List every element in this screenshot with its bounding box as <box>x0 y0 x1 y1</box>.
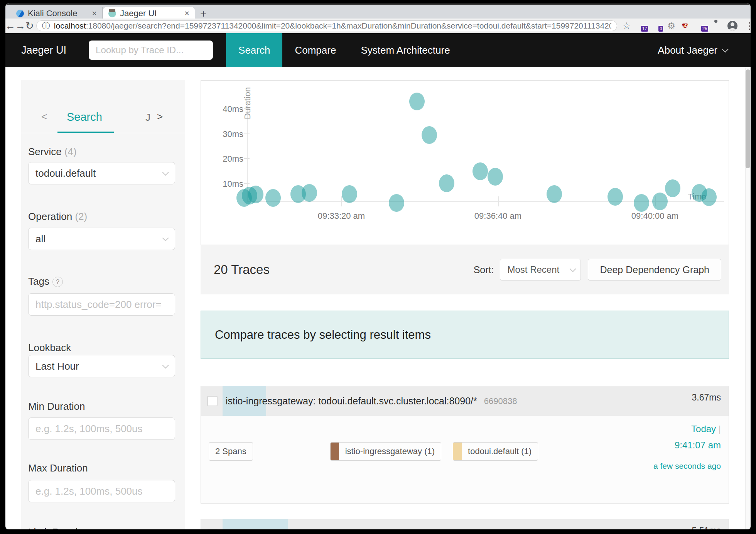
trace-card-header[interactable]: istio-ingressgateway: todoui.default.svc… <box>201 386 729 416</box>
url-path: :18080/jaeger/search?end=159972371134200… <box>86 21 611 30</box>
trace-dot[interactable] <box>634 194 649 212</box>
max-duration-input[interactable] <box>35 485 168 497</box>
limit-results-label-clipped: Limit Results <box>28 526 86 529</box>
trace-result-card: istio-ingressgateway: todoui.default.svc… <box>201 519 729 529</box>
trace-dot[interactable] <box>342 185 357 203</box>
tabs-scroll-left-icon[interactable]: < <box>41 111 47 123</box>
jaeger-brand[interactable]: Jaeger UI <box>21 44 66 56</box>
trace-dot[interactable] <box>547 185 562 203</box>
trace-result-card: istio-ingressgateway: todoui.default.svc… <box>201 386 729 504</box>
trace-title: istio-ingressgateway: todoui.default.svc… <box>226 529 477 529</box>
chevron-down-icon <box>162 169 169 176</box>
tab-strip: Kiali Console × Jaeger UI × + <box>5 3 751 19</box>
trace-dot[interactable] <box>439 174 454 192</box>
nav-item-compare[interactable]: Compare <box>282 33 348 67</box>
trace-scatter-chart: Duration Time 40ms 30ms 20ms 10ms 09:33:… <box>201 80 729 245</box>
trace-dot[interactable] <box>302 184 317 202</box>
tab-title: Kiali Console <box>28 8 88 19</box>
duration-bar <box>223 519 288 529</box>
extension-purple-icon[interactable]: 17 <box>637 22 646 30</box>
x-tick-1: 09:33:20 am <box>303 211 380 221</box>
trace-count: 20 Traces <box>214 262 270 277</box>
trace-dot[interactable] <box>488 168 503 186</box>
url-bar[interactable]: ⓘ localhost:18080/jaeger/search?end=1599… <box>36 20 617 31</box>
trace-dot[interactable] <box>472 162 488 180</box>
extensions-puzzle-icon[interactable] <box>712 22 721 30</box>
trace-dot[interactable] <box>701 188 717 206</box>
service-color-swatch <box>331 443 339 460</box>
extension-badge: 0 <box>658 25 663 32</box>
min-duration-wrap <box>28 417 175 440</box>
tab-kiali-console[interactable]: Kiali Console × <box>11 7 103 20</box>
about-jaeger-menu[interactable]: About Jaeger <box>658 44 727 56</box>
service-tag-pill: istio-ingressgateway (1) <box>330 442 441 461</box>
trace-dot[interactable] <box>652 193 668 210</box>
tab-jaeger-ui[interactable]: Jaeger UI × <box>103 7 195 20</box>
trace-dot[interactable] <box>265 189 281 207</box>
tab-search[interactable]: Search <box>67 111 102 123</box>
service-tag-pill: todoui.default (1) <box>453 442 538 461</box>
extension-badge: 17 <box>641 25 648 32</box>
sort-select[interactable]: Most Recent <box>500 259 581 281</box>
help-icon[interactable]: ? <box>52 277 63 287</box>
tags-input[interactable] <box>35 299 168 311</box>
span-count-pill: 2 Spans <box>209 442 253 461</box>
forward-icon[interactable]: → <box>15 20 25 32</box>
trace-dot[interactable] <box>608 188 623 206</box>
tabs-scroll-right-icon[interactable]: > <box>157 111 163 123</box>
jaeger-menu: Search Compare System Architecture <box>226 33 462 67</box>
trace-card-body: 2 Spans istio-ingressgateway (1) todoui.… <box>201 416 729 504</box>
tab-title: Jaeger UI <box>120 8 181 19</box>
trace-dot[interactable] <box>389 194 404 212</box>
extension-ublock-icon[interactable]: uO <box>682 22 691 30</box>
url-text: localhost:18080/jaeger/search?end=159972… <box>54 21 611 30</box>
operation-label: Operation (2) <box>28 211 87 223</box>
bookmark-star-icon[interactable]: ☆ <box>623 20 631 31</box>
profile-avatar[interactable] <box>727 21 737 31</box>
trace-select-checkbox[interactable] <box>207 396 218 406</box>
trace-card-header[interactable]: istio-ingressgateway: todoui.default.svc… <box>201 519 729 529</box>
service-label: Service (4) <box>28 146 77 158</box>
chevron-down-icon <box>162 235 169 241</box>
trace-select-checkbox[interactable] <box>207 529 218 529</box>
compare-banner: Compare traces by selecting result items <box>201 311 729 359</box>
sort-label: Sort: <box>474 264 494 275</box>
operation-select[interactable]: all <box>28 228 175 250</box>
search-sidebar: < Search J > Service (4) todoui.default … <box>21 80 185 529</box>
sidebar-tabbar: < Search J > <box>21 80 185 133</box>
extension-blue-icon[interactable]: 25 <box>697 22 706 30</box>
reload-icon[interactable]: ↻ <box>25 20 34 32</box>
back-icon[interactable]: ← <box>5 20 15 32</box>
y-tick-10ms: 10ms <box>209 179 243 189</box>
extension-badge: 25 <box>701 25 709 32</box>
url-host: localhost <box>54 21 86 30</box>
trace-dot[interactable] <box>409 93 425 110</box>
service-select[interactable]: todoui.default <box>28 162 175 184</box>
browser-toolbar: ← → ↻ ⓘ localhost:18080/jaeger/search?en… <box>5 19 751 33</box>
y-tick-30ms: 30ms <box>209 129 243 139</box>
kiali-favicon-icon <box>16 10 24 17</box>
extension-row: ☆ 17 0 ⚙ uO 25 ⋮ <box>623 20 751 31</box>
close-tab-icon[interactable]: × <box>92 8 97 19</box>
extension-ghost-icon[interactable]: 0 <box>652 22 661 30</box>
min-duration-label: Min Duration <box>28 400 85 412</box>
close-tab-icon[interactable]: × <box>184 8 189 19</box>
min-duration-input[interactable] <box>35 423 168 435</box>
browser-menu-icon[interactable]: ⋮ <box>745 20 751 31</box>
nav-item-system-architecture[interactable]: System Architecture <box>348 33 462 67</box>
deep-dependency-graph-button[interactable]: Deep Dependency Graph <box>588 259 721 281</box>
y-tick-40ms: 40ms <box>209 104 243 114</box>
scrollbar-thumb[interactable] <box>746 69 750 168</box>
nav-item-search[interactable]: Search <box>226 33 282 67</box>
lookback-select[interactable]: Last Hour <box>28 355 175 377</box>
tab-partial-json[interactable]: J <box>145 112 150 123</box>
extension-gear-icon[interactable]: ⚙ <box>667 22 676 30</box>
site-info-icon[interactable]: ⓘ <box>42 20 50 31</box>
trace-dot[interactable] <box>665 179 680 197</box>
trace-id-lookup-input[interactable] <box>89 41 213 60</box>
x-tick-3: 09:40:00 am <box>616 211 694 221</box>
trace-dot[interactable] <box>422 126 437 144</box>
trace-timestamp: Today | 9:41:07 am a few seconds ago <box>632 424 721 473</box>
active-tab-underline <box>57 132 114 133</box>
max-duration-wrap <box>28 480 175 502</box>
